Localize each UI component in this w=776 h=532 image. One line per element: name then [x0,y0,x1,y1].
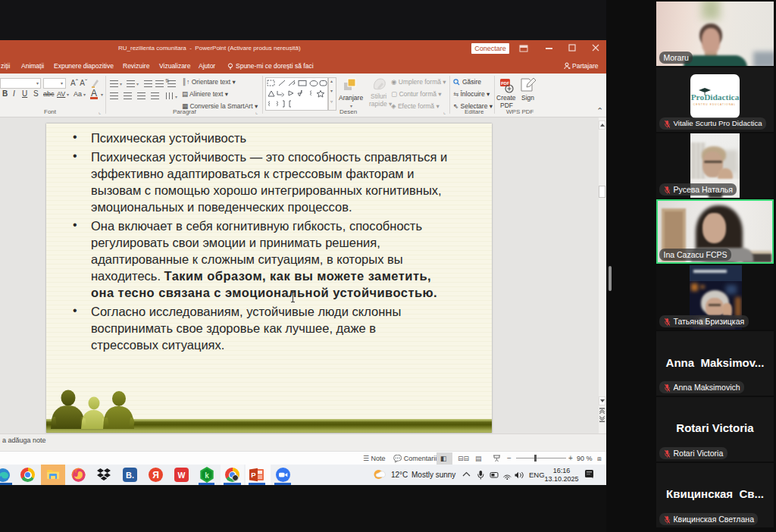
svg-text:P: P [251,471,256,479]
svg-text:W: W [178,471,186,480]
svg-text:B.: B. [126,471,134,480]
svg-text:k: k [205,471,209,480]
svg-text:CENTRU EDUCATIONAL: CENTRU EDUCATIONAL [693,103,736,106]
svg-text:Я: Я [152,470,159,480]
svg-text:ProDidactica: ProDidactica [691,92,740,102]
